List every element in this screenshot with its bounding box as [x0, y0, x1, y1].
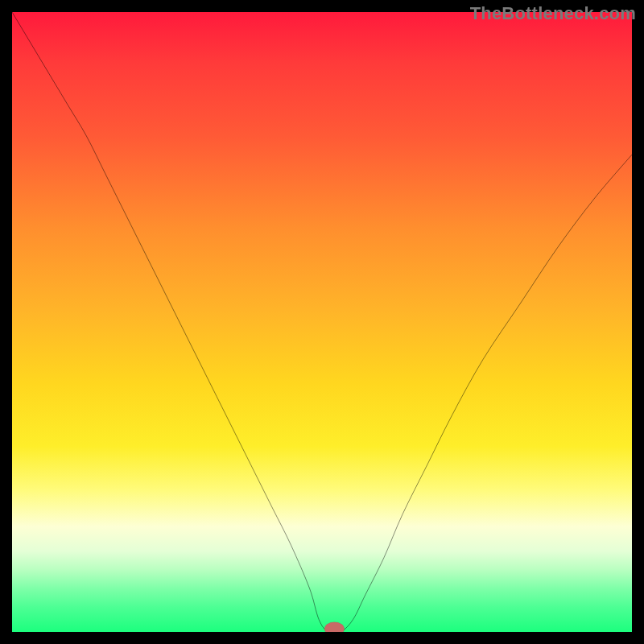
- bottleneck-curve: [12, 12, 632, 632]
- curve-layer: [12, 12, 632, 632]
- bottleneck-point-marker: [324, 622, 345, 632]
- chart-container: TheBottleneck.com: [0, 0, 644, 644]
- watermark-text: TheBottleneck.com: [470, 3, 636, 24]
- plot-area: [12, 12, 632, 632]
